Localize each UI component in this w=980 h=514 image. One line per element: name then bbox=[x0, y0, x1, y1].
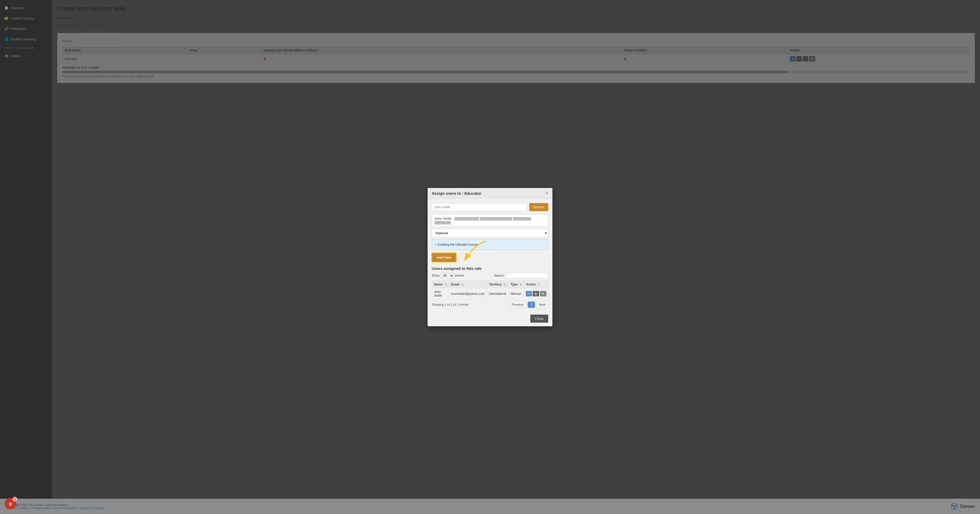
cell-territory: International bbox=[487, 288, 508, 299]
col-email: Email ⇅ bbox=[449, 281, 487, 288]
tag-label: Creating the Ultimate Course bbox=[438, 243, 478, 246]
row-delete-button[interactable]: 🗑 bbox=[533, 291, 539, 297]
sort-icon[interactable]: ⇅ bbox=[504, 283, 506, 286]
table-row: John Smith cosmoduct@yahoo.com Internati… bbox=[432, 288, 549, 299]
g9-badge[interactable]: g 10 bbox=[5, 498, 16, 509]
sort-icon[interactable]: ⇅ bbox=[444, 283, 447, 286]
add-user-button[interactable]: Add User bbox=[432, 253, 456, 262]
table-search-area: Search: bbox=[494, 273, 548, 278]
course-tag: × Creating the Ultimate Course bbox=[434, 243, 478, 246]
cell-email: cosmoduct@yahoo.com bbox=[449, 288, 487, 299]
tag-close-icon[interactable]: × bbox=[434, 243, 436, 246]
users-table: Name ⇅ Email ⇅ Territory ⇅ Type bbox=[432, 281, 549, 300]
add-user-area: Add User bbox=[432, 253, 548, 262]
modal: Assign users to : Educator × Search John… bbox=[428, 188, 552, 326]
search-row: Search bbox=[432, 203, 548, 211]
page-1-button[interactable]: 1 bbox=[528, 301, 535, 308]
pagination-controls: Previous 1 Next bbox=[509, 301, 548, 308]
modal-footer: Close bbox=[428, 312, 552, 326]
entries-label: entries bbox=[455, 274, 464, 278]
previous-button[interactable]: Previous bbox=[509, 301, 527, 308]
entries-select[interactable]: 10 25 50 100 bbox=[441, 273, 454, 278]
modal-close-button[interactable]: × bbox=[546, 191, 548, 195]
modal-body: Search John Smith - ████████████ ███████… bbox=[428, 199, 552, 312]
territory-select[interactable]: National International Regional bbox=[432, 229, 548, 237]
user-search-input[interactable] bbox=[432, 203, 527, 211]
show-entries-row: Show 10 25 50 100 entries Search: bbox=[432, 273, 548, 278]
col-action: Action ⇅ bbox=[524, 281, 549, 288]
cell-action: ✏ 🗑 👁 bbox=[524, 288, 549, 299]
modal-backdrop: Assign users to : Educator × Search John… bbox=[0, 0, 980, 514]
g9-notification-count: 10 bbox=[13, 497, 17, 501]
modal-title: Assign users to : Educator bbox=[432, 191, 481, 195]
showing-entries-text: Showing 1 to 1 of 1 entries bbox=[432, 303, 469, 306]
g9-text: g bbox=[9, 501, 12, 506]
result-name: John Smith - bbox=[434, 217, 453, 221]
search-result-row: John Smith - ████████████ ██████████████… bbox=[432, 214, 548, 227]
pagination-row: Showing 1 to 1 of 1 entries Previous 1 N… bbox=[432, 301, 548, 308]
search-text-label: Search: bbox=[494, 274, 504, 278]
close-modal-button[interactable]: Close bbox=[530, 314, 548, 323]
course-tag-area: × Creating the Ultimate Course bbox=[432, 240, 548, 250]
sort-icon[interactable]: ⇅ bbox=[538, 283, 540, 286]
cell-type: Manual bbox=[508, 288, 523, 299]
next-button[interactable]: Next bbox=[536, 301, 548, 308]
col-name: Name ⇅ bbox=[432, 281, 449, 288]
col-territory: Territory ⇅ bbox=[487, 281, 508, 288]
table-search-input[interactable] bbox=[506, 273, 548, 278]
row-view-button[interactable]: 👁 bbox=[540, 291, 546, 297]
users-section-heading: Users assigned to this role bbox=[432, 266, 548, 271]
cell-name: John Smith bbox=[432, 288, 449, 299]
col-type: Type ⇅ bbox=[508, 281, 523, 288]
show-label: Show bbox=[432, 274, 439, 278]
row-edit-button[interactable]: ✏ bbox=[526, 291, 532, 297]
sort-icon[interactable]: ⇅ bbox=[519, 283, 522, 286]
search-button[interactable]: Search bbox=[529, 203, 548, 211]
modal-header: Assign users to : Educator × bbox=[428, 188, 552, 199]
sort-icon[interactable]: ⇅ bbox=[461, 283, 463, 286]
